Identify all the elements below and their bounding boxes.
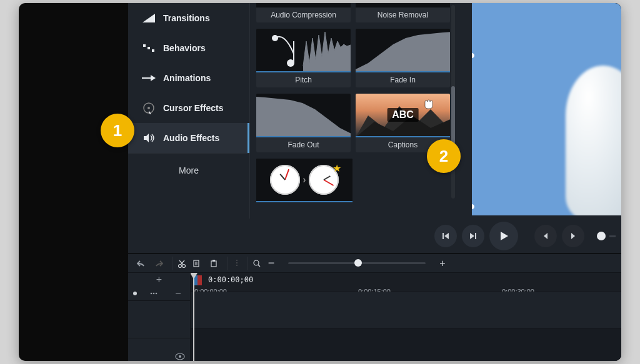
sidebar-item-label: Cursor Effects [163, 103, 223, 113]
svg-marker-23 [501, 232, 508, 240]
callout-badge-1: 1 [101, 114, 134, 147]
effect-tile-pitch[interactable]: Pitch [256, 29, 351, 87]
svg-rect-22 [475, 233, 476, 239]
effect-tile-fade-in[interactable]: Fade In [356, 29, 450, 87]
behaviors-icon [141, 44, 157, 52]
effect-label: Fade Out [256, 137, 351, 152]
zoom-in-button[interactable]: + [436, 257, 449, 270]
transitions-icon [141, 14, 157, 22]
svg-marker-14 [303, 32, 351, 72]
clock-icon: ★ [309, 165, 339, 195]
sidebar-item-transitions[interactable]: Transitions [128, 3, 249, 33]
track-options-button[interactable] [147, 287, 161, 300]
svg-point-40 [153, 293, 155, 295]
timeline-track-header: + − [128, 273, 191, 361]
more-label: More [179, 165, 199, 175]
next-frame-button[interactable] [462, 225, 484, 247]
svg-marker-6 [151, 75, 156, 81]
playback-progress-track[interactable] [609, 235, 616, 237]
fade-in-thumb-graphic [356, 29, 450, 72]
step-back-button[interactable] [534, 225, 557, 247]
add-track-button[interactable]: + [152, 273, 166, 287]
sidebar-item-audio-effects[interactable]: Audio Effects [128, 123, 249, 153]
timeline-tracks-area[interactable]: 0:00:00;00 0:00:00;00 0:00:15;00 0:00:30… [191, 273, 621, 361]
play-button[interactable] [489, 222, 518, 250]
split-button[interactable] [227, 257, 241, 270]
copy-button[interactable] [189, 257, 203, 270]
svg-point-37 [254, 260, 259, 265]
callout-badge-2: 2 [427, 139, 461, 173]
sidebar-item-animations[interactable]: Animations [128, 63, 249, 93]
zoom-search-icon [247, 257, 261, 270]
svg-rect-34 [211, 261, 216, 267]
eye-icon[interactable] [175, 352, 185, 362]
animations-icon [141, 74, 157, 82]
timeline-playhead[interactable] [193, 273, 194, 361]
clip-speed-thumb-graphic: › ★ [256, 159, 352, 201]
sidebar-more-button[interactable]: More [128, 153, 249, 187]
paste-button[interactable] [207, 257, 221, 270]
star-icon: ★ [332, 162, 341, 174]
timeline-toolbar: − + [128, 254, 621, 273]
cut-button[interactable] [172, 257, 186, 270]
svg-marker-16 [256, 97, 351, 137]
effect-tile-noise-removal[interactable]: Noise Removal [356, 3, 450, 22]
svg-rect-35 [212, 260, 215, 262]
timeline-track-rows [191, 292, 621, 361]
sidebar-item-label: Transitions [163, 13, 210, 23]
preview-panel [466, 3, 621, 215]
video-subject [566, 66, 621, 215]
svg-rect-2 [143, 44, 146, 47]
effects-grid: Audio Compression Noise Removal [250, 3, 456, 212]
effect-tile-clip-speed[interactable]: › ★ Clip Speed [256, 159, 352, 212]
redo-button[interactable] [152, 257, 166, 270]
svg-point-11 [272, 35, 278, 41]
sidebar-item-label: Behaviors [163, 43, 206, 53]
timeline-current-time: 0:00:00;00 [208, 275, 253, 284]
preview-canvas[interactable] [472, 3, 621, 215]
svg-marker-24 [544, 233, 548, 239]
svg-marker-21 [470, 233, 474, 239]
resize-handle[interactable] [472, 204, 474, 209]
svg-marker-20 [444, 233, 449, 239]
marker-dot-icon [133, 292, 137, 295]
svg-point-41 [156, 293, 158, 295]
pitch-thumb-graphic [256, 29, 351, 72]
svg-rect-3 [148, 47, 150, 49]
playback-controls [434, 220, 616, 252]
effect-tile-audio-compression[interactable]: Audio Compression [256, 3, 351, 22]
zoom-slider[interactable] [288, 262, 426, 264]
playback-progress-knob[interactable] [597, 232, 606, 240]
step-forward-button[interactable] [562, 225, 584, 247]
cursor-icon [141, 102, 157, 114]
fade-out-thumb-graphic [256, 94, 351, 137]
svg-point-8 [148, 107, 150, 109]
effect-label: Noise Removal [356, 7, 450, 22]
effect-label: Audio Compression [256, 7, 351, 22]
effect-tile-fade-out[interactable]: Fade Out [256, 94, 351, 152]
timeline-track[interactable] [191, 328, 621, 361]
chevron-right-icon: › [302, 174, 306, 185]
track-header-row[interactable] [128, 338, 190, 361]
sidebar-item-behaviors[interactable]: Behaviors [128, 33, 249, 63]
captions-abc-overlay: ABC [387, 108, 419, 122]
prev-frame-button[interactable] [434, 225, 457, 247]
zoom-out-button[interactable]: − [264, 257, 278, 270]
svg-line-38 [258, 265, 260, 267]
zoom-slider-knob[interactable] [354, 259, 362, 267]
svg-rect-19 [442, 233, 444, 239]
resize-handle[interactable] [472, 53, 474, 58]
svg-rect-4 [152, 49, 154, 52]
svg-point-27 [182, 264, 186, 267]
sidebar-item-label: Audio Effects [163, 133, 219, 143]
remove-track-button[interactable]: − [171, 287, 185, 300]
sidebar-item-cursor-effects[interactable]: Cursor Effects [128, 93, 249, 123]
audio-icon [141, 132, 157, 144]
svg-point-13 [287, 59, 294, 67]
effect-label: Pitch [256, 72, 351, 87]
track-header-row[interactable] [128, 300, 190, 338]
timeline-track[interactable] [191, 292, 621, 328]
undo-button[interactable] [134, 257, 148, 270]
svg-point-39 [151, 293, 152, 295]
svg-marker-25 [571, 233, 575, 239]
